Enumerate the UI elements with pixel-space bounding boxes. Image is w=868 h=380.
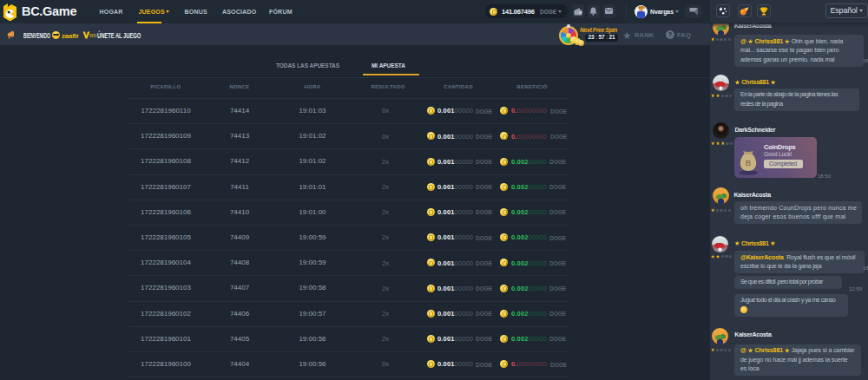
- svg-text:B: B: [746, 159, 752, 167]
